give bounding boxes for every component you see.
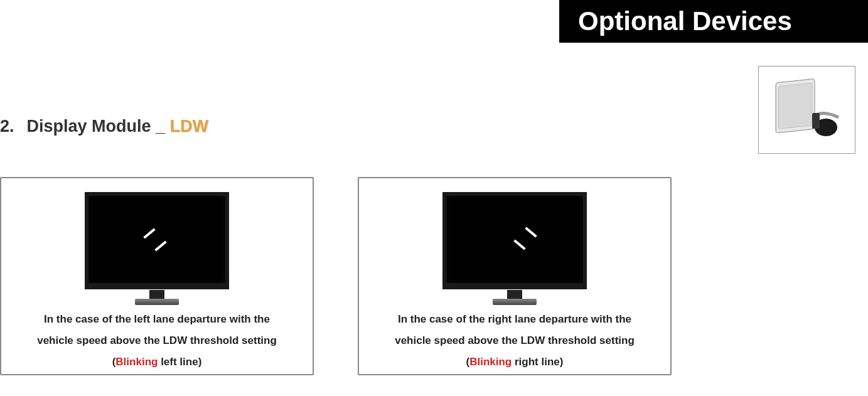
lane-dash-icon: [513, 239, 525, 250]
caption-line: vehicle speed above the LDW threshold se…: [37, 334, 277, 346]
caption-line: vehicle speed above the LDW threshold se…: [395, 334, 635, 346]
section-title-highlight: LDW: [170, 117, 208, 136]
device-thumbnail: [758, 66, 855, 154]
panel-right-departure: In the case of the right lane departure …: [358, 177, 672, 375]
monitor-stand: [493, 299, 537, 305]
monitor-left: [85, 192, 229, 305]
header-banner: Optional Devices: [559, 0, 868, 43]
panel-left-departure: In the case of the left lane departure w…: [0, 177, 314, 375]
section-number: 2.: [0, 117, 14, 136]
monitor-right: [442, 192, 587, 305]
lane-dash-icon: [525, 227, 537, 237]
caption-right: In the case of the right lane departure …: [383, 305, 646, 374]
section-title-prefix: Display Module _: [27, 117, 170, 136]
lane-dash-icon: [154, 240, 166, 251]
caption-left: In the case of the left lane departure w…: [26, 305, 288, 374]
blinking-label: Blinking: [115, 356, 158, 368]
section-title: 2.Display Module _ LDW: [0, 117, 208, 136]
device-thumbnail-icon: [769, 78, 845, 141]
caption-line: In the case of the left lane departure w…: [44, 313, 270, 325]
panels-container: In the case of the left lane departure w…: [0, 177, 672, 375]
caption-after: left line): [158, 356, 201, 368]
svg-rect-3: [812, 113, 820, 129]
monitor-screen-right: [442, 192, 587, 289]
lane-dash-icon: [143, 228, 155, 238]
monitor-screen-left: [85, 192, 229, 289]
caption-line: In the case of the right lane departure …: [398, 313, 631, 325]
monitor-stand: [135, 299, 179, 305]
caption-after: right line): [512, 356, 563, 368]
blinking-label: Blinking: [469, 356, 512, 368]
svg-rect-1: [778, 83, 812, 129]
